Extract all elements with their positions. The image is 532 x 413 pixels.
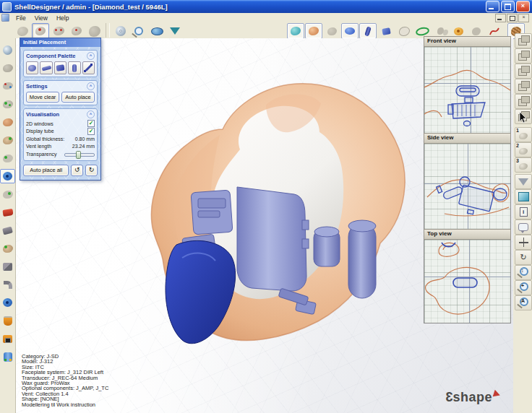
- menu-help[interactable]: Help: [52, 14, 73, 22]
- sidebar-hand-shell-icon[interactable]: [0, 133, 15, 147]
- comment-icon[interactable]: [515, 219, 532, 235]
- placement-step-icon[interactable]: [14, 23, 31, 39]
- rotate-icon[interactable]: ↻: [515, 250, 532, 265]
- slider-thumb[interactable]: [76, 151, 81, 159]
- side-view-drawing: [424, 144, 510, 230]
- lens-icon[interactable]: [148, 23, 166, 39]
- palette-vent-tube-icon[interactable]: [82, 61, 95, 74]
- initial-placement-icon[interactable]: [32, 23, 49, 39]
- global-thickness-label: Global thickness:: [26, 136, 64, 142]
- brand-logo: 3shape: [445, 390, 500, 405]
- side-view-header[interactable]: Side view: [424, 133, 511, 144]
- display-tube-checkbox[interactable]: ✓: [87, 128, 95, 135]
- sidebar-green-shell2-icon[interactable]: [0, 187, 15, 201]
- collapse-chevron-icon[interactable]: ^: [87, 110, 95, 118]
- sidebar-cd-icon[interactable]: [0, 43, 15, 57]
- panel-title[interactable]: Initial Placement: [20, 38, 100, 47]
- zoom-all-icon[interactable]: A: [515, 295, 532, 310]
- info-icon[interactable]: i: [515, 204, 532, 219]
- menu-view[interactable]: View: [30, 14, 52, 22]
- palette-receiver-icon[interactable]: [26, 61, 38, 74]
- mdi-close-button[interactable]: ×: [518, 14, 529, 22]
- vent-icon[interactable]: [359, 23, 377, 39]
- mdi-restore-button[interactable]: [507, 14, 518, 22]
- front-view-canvas[interactable]: [424, 47, 511, 134]
- palette-box-icon[interactable]: [54, 61, 66, 74]
- shell-layer-3-icon[interactable]: 3: [515, 157, 532, 173]
- sidebar-dots-shell-icon[interactable]: [0, 97, 15, 111]
- view-cube-1-icon[interactable]: [515, 33, 532, 48]
- collapse-chevron-icon[interactable]: ^: [87, 52, 95, 60]
- placement-multi-icon[interactable]: [50, 23, 67, 39]
- view-cube-5-icon[interactable]: [515, 94, 532, 109]
- sidebar-bucket-icon[interactable]: [0, 313, 15, 328]
- sidebar-shell-gray-icon[interactable]: [0, 61, 15, 75]
- sidebar-disc-blue-icon[interactable]: [0, 295, 15, 310]
- sidebar-faceplate-disc-icon[interactable]: [0, 169, 15, 183]
- restore-button[interactable]: [501, 1, 515, 12]
- front-view-header[interactable]: Front view: [424, 36, 511, 47]
- component-icon[interactable]: [377, 23, 395, 39]
- sidebar-hopper-icon[interactable]: [0, 331, 15, 346]
- 2d-windows-checkbox[interactable]: ✓: [87, 120, 95, 127]
- global-thickness-unit: mm: [86, 136, 95, 142]
- visualisation-group: Visualisation ^ 2D windows ✓ Display tub…: [23, 108, 98, 161]
- zoom-drag-icon[interactable]: ↕: [515, 265, 532, 280]
- sidebar-red-tool-icon[interactable]: [0, 205, 15, 219]
- shell-teal-icon[interactable]: [287, 23, 304, 39]
- menu-file[interactable]: File: [12, 14, 30, 22]
- side-view-canvas[interactable]: [424, 144, 511, 230]
- sidebar-blocks-icon[interactable]: [0, 259, 15, 274]
- close-button[interactable]: ×: [516, 1, 530, 12]
- palette-cylinder-icon[interactable]: [68, 61, 80, 74]
- initial-placement-panel: Initial Placement Component Palette ^ Se…: [20, 38, 101, 181]
- sidebar-pin-shell-icon[interactable]: [0, 79, 15, 93]
- toolbar-separator: [106, 23, 110, 38]
- sidebar-orange-shell-icon[interactable]: [0, 115, 15, 129]
- transparency-slider[interactable]: [64, 151, 95, 157]
- view-cube-4-icon[interactable]: [515, 79, 532, 94]
- logo-triangle-icon: [493, 390, 502, 399]
- global-thickness-value: 0.80: [75, 136, 85, 142]
- sidebar-hand-shell2-icon[interactable]: [0, 241, 15, 256]
- side-view-panel: Side view: [424, 133, 511, 229]
- impression-icon[interactable]: [515, 174, 532, 189]
- screen-icon[interactable]: [515, 189, 532, 204]
- shell-layer-1-icon[interactable]: 1: [515, 127, 532, 142]
- sidebar-gray-tool-icon[interactable]: [0, 223, 15, 238]
- top-view-header[interactable]: Top view: [424, 229, 511, 240]
- collapse-chevron-icon[interactable]: ^: [87, 82, 95, 90]
- info-line: Modellering til Work instruction: [22, 402, 108, 407]
- shell-disabled-icon[interactable]: [323, 23, 340, 39]
- sidebar-green-shell-icon[interactable]: [0, 151, 15, 165]
- sidebar-machine-icon[interactable]: [0, 349, 15, 364]
- sidebar-elbow-tube-icon[interactable]: [0, 277, 15, 292]
- shell-layer-2-icon[interactable]: 2: [515, 142, 532, 157]
- viewer-icon[interactable]: [166, 23, 184, 39]
- shell-gray-icon[interactable]: [86, 23, 103, 39]
- placement-single-icon[interactable]: [68, 23, 85, 39]
- view-cube-2-icon[interactable]: [515, 48, 532, 64]
- move-clear-button[interactable]: Move clear: [26, 92, 59, 103]
- zoom-in-icon[interactable]: +: [515, 280, 532, 295]
- top-view-canvas[interactable]: [424, 240, 511, 323]
- job-info-block: Category: J-SD Model: J-312 Size: ITC Fa…: [22, 354, 108, 407]
- palette-bar-icon[interactable]: [40, 61, 52, 74]
- cd-icon[interactable]: [112, 23, 129, 39]
- undo-button[interactable]: ↺: [71, 165, 83, 176]
- minimize-button[interactable]: [486, 1, 499, 12]
- vent-length-value: 23.24: [72, 144, 85, 149]
- menu-bar: File View Help ×: [0, 13, 532, 23]
- shell-orange-icon[interactable]: [305, 23, 322, 39]
- inspect-icon[interactable]: [130, 23, 147, 39]
- auto-place-all-button[interactable]: Auto place all: [23, 165, 69, 176]
- ear-shell-model[interactable]: [132, 63, 421, 346]
- shell-outline-icon[interactable]: [395, 23, 413, 39]
- mouse-cursor: [519, 112, 527, 123]
- faceplate-icon[interactable]: [341, 23, 359, 39]
- auto-place-button[interactable]: Auto place: [61, 92, 95, 103]
- pan-icon[interactable]: [515, 235, 532, 250]
- redo-button[interactable]: ↻: [85, 165, 98, 176]
- view-cube-3-icon[interactable]: [515, 64, 532, 79]
- mdi-minimize-button[interactable]: [495, 14, 506, 22]
